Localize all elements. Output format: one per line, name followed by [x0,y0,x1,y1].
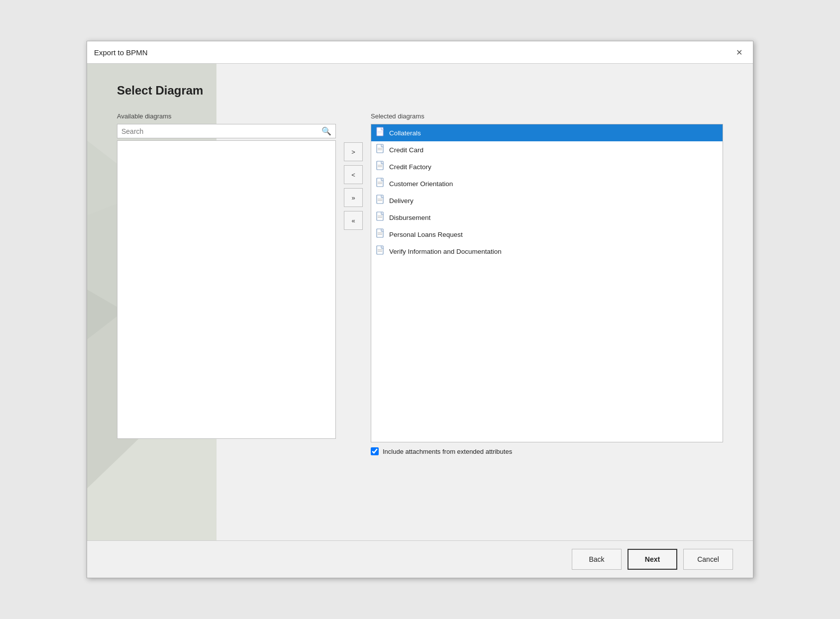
cancel-button[interactable]: Cancel [683,549,733,570]
list-item-label: Verify Information and Documentation [389,248,502,255]
diagram-icon [376,211,385,223]
list-item[interactable]: Credit Card [371,141,723,158]
diagram-icon [376,245,385,257]
add-button[interactable]: > [344,142,363,161]
list-item-label: Credit Factory [389,163,431,171]
diagram-icon [376,144,385,156]
add-all-button[interactable]: » [344,188,363,207]
search-input[interactable] [121,127,321,135]
panels-area: Available diagrams 🔍 > < » « Selected di… [117,112,723,525]
list-item[interactable]: Customer Orientation [371,175,723,192]
list-item-label: Collaterals [389,129,421,137]
list-item[interactable]: Delivery [371,192,723,209]
available-label: Available diagrams [117,112,336,120]
selected-list: Collaterals Credit Card Credit Factory C… [371,124,723,442]
remove-all-button[interactable]: « [344,211,363,230]
back-button[interactable]: Back [572,549,622,570]
diagram-icon [376,178,385,190]
list-item-label: Delivery [389,197,414,205]
available-panel: Available diagrams 🔍 [117,112,336,439]
dialog-title: Export to BPMN [94,48,148,57]
list-item-label: Personal Loans Request [389,231,463,238]
close-button[interactable]: ✕ [732,45,746,59]
available-list [117,140,336,439]
diagram-icon [376,161,385,173]
search-box: 🔍 [117,124,336,138]
selected-label: Selected diagrams [371,112,723,120]
list-item[interactable]: Collaterals [371,124,723,141]
list-item[interactable]: Personal Loans Request [371,226,723,243]
export-bpmn-dialog: Export to BPMN ✕ Select Diagram Availabl… [87,41,753,578]
search-icon: 🔍 [321,126,331,136]
list-item[interactable]: Disbursement [371,209,723,226]
include-attachments-label: Include attachments from extended attrib… [383,448,512,455]
include-attachments-checkbox[interactable] [371,447,379,455]
dialog-titlebar: Export to BPMN ✕ [87,41,753,64]
list-item-label: Credit Card [389,146,423,154]
diagram-icon [376,228,385,240]
list-item-label: Disbursement [389,214,430,221]
next-button[interactable]: Next [628,549,677,570]
dialog-footer: Back Next Cancel [87,540,753,578]
diagram-icon [376,127,385,139]
page-heading: Select Diagram [117,84,723,98]
diagram-icon [376,195,385,206]
transfer-buttons-group: > < » « [336,142,371,230]
include-attachments-row: Include attachments from extended attrib… [371,447,723,455]
list-item-label: Customer Orientation [389,180,453,188]
list-item[interactable]: Credit Factory [371,158,723,175]
dialog-content: Select Diagram Available diagrams 🔍 > < … [87,64,753,540]
selected-panel: Selected diagrams Collaterals Credit Car… [371,112,723,455]
remove-button[interactable]: < [344,165,363,184]
list-item[interactable]: Verify Information and Documentation [371,243,723,260]
